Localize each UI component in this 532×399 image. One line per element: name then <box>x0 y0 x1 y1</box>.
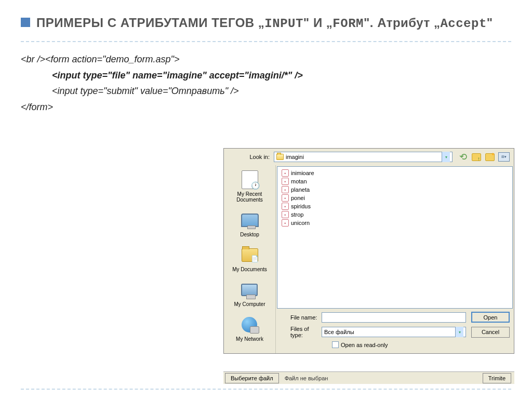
title-code-1: INPUT <box>264 17 303 31</box>
choose-file-button[interactable]: Выберите файл <box>225 373 279 383</box>
sidebar-network[interactable]: My Network <box>236 314 263 342</box>
computer-icon <box>241 284 258 296</box>
title-text-1: ПРИМЕРЫ С АТРИБУТАМИ ТЕГОВ „ <box>36 16 264 30</box>
sidebar-desktop-label: Desktop <box>240 232 259 237</box>
chevron-down-icon[interactable]: ▾ <box>455 327 463 337</box>
code-line-4: </form> <box>21 99 511 115</box>
file-item[interactable]: ▪spiridus <box>282 202 508 210</box>
image-file-icon: ▪ <box>282 178 289 185</box>
lookin-value: imagini <box>286 154 304 160</box>
title-text-4: " <box>487 16 493 30</box>
sidebar-documents[interactable]: My Documents <box>232 245 267 272</box>
sidebar-documents-label: My Documents <box>232 267 267 272</box>
code-line-3: <input type="submit" value="Отправить" /… <box>21 83 511 99</box>
network-icon <box>242 317 257 332</box>
filetype-combo[interactable]: Все файлы ▾ <box>322 327 466 337</box>
image-file-icon: ▪ <box>282 211 289 218</box>
file-name: strop <box>291 211 303 218</box>
file-open-dialog: Look in: imagini ▾ ⟲ ⊞▾ My Recent Docume… <box>223 148 514 354</box>
submit-button[interactable]: Trimite <box>483 373 511 383</box>
documents-icon <box>242 248 258 262</box>
title-code-2: FORM <box>332 17 364 31</box>
footer-divider <box>21 389 511 390</box>
filetype-label: Files of type: <box>280 326 322 338</box>
open-button[interactable]: Open <box>471 312 510 323</box>
file-name: planeta <box>291 187 310 193</box>
file-item[interactable]: ▪inimioare <box>282 169 508 177</box>
cancel-button[interactable]: Cancel <box>471 327 510 338</box>
title-bullet <box>21 18 30 27</box>
file-name: unicorn <box>291 220 310 226</box>
sidebar-recent[interactable]: My Recent Documents <box>224 169 275 203</box>
desktop-icon <box>241 214 259 227</box>
divider <box>21 41 511 42</box>
image-file-icon: ▪ <box>282 203 289 210</box>
image-file-icon: ▪ <box>282 169 289 177</box>
image-file-icon: ▪ <box>282 186 289 193</box>
file-item[interactable]: ▪planeta <box>282 185 508 194</box>
places-sidebar: My Recent Documents Desktop My Documents… <box>224 165 276 353</box>
code-example: <br /><form action="demo_form.asp"> <inp… <box>21 51 511 115</box>
slide-title: ПРИМЕРЫ С АТРИБУТАМИ ТЕГОВ „INPUT" И „FO… <box>36 15 493 32</box>
readonly-checkbox[interactable] <box>332 341 339 348</box>
title-text-3: ". Атрибут „ <box>364 16 440 30</box>
file-item[interactable]: ▪ponei <box>282 194 508 202</box>
sidebar-network-label: My Network <box>236 336 263 342</box>
code-line-2: <input type="file" name="imagine" accept… <box>21 68 511 84</box>
image-file-icon: ▪ <box>282 194 289 202</box>
sidebar-desktop[interactable]: Desktop <box>240 210 260 237</box>
readonly-label: Open as read-only <box>341 342 388 348</box>
form-status-row: Выберите файл Файл не выбран Trimite <box>223 371 514 384</box>
image-file-icon: ▪ <box>282 219 289 227</box>
back-icon[interactable]: ⟲ <box>458 152 468 162</box>
file-name: ponei <box>291 195 305 201</box>
file-list-area[interactable]: ▪inimioare▪motan▪planeta▪ponei▪spiridus▪… <box>277 166 513 309</box>
file-item[interactable]: ▪motan <box>282 177 508 185</box>
code-line-1: <br /><form action="demo_form.asp"> <box>21 51 511 68</box>
filename-label: File name: <box>280 314 322 321</box>
file-name: motan <box>291 178 307 184</box>
file-item[interactable]: ▪unicorn <box>282 219 508 227</box>
file-name: spiridus <box>291 203 311 209</box>
lookin-combo[interactable]: imagini ▾ <box>274 152 453 162</box>
sidebar-computer[interactable]: My Computer <box>234 280 265 307</box>
filetype-value: Все файлы <box>324 329 354 335</box>
sidebar-recent-label: My Recent Documents <box>224 191 275 203</box>
no-file-text: Файл не выбран <box>281 375 332 381</box>
filename-input[interactable] <box>322 312 466 323</box>
lookin-label: Look in: <box>228 154 274 160</box>
folder-icon <box>276 154 284 160</box>
file-name: inimioare <box>291 170 314 176</box>
recent-docs-icon <box>242 170 258 189</box>
file-item[interactable]: ▪strop <box>282 210 508 219</box>
view-mode-icon[interactable]: ⊞▾ <box>498 152 510 162</box>
title-text-2: " И „ <box>303 16 332 30</box>
new-folder-icon[interactable] <box>485 153 495 161</box>
chevron-down-icon[interactable]: ▾ <box>442 152 450 162</box>
sidebar-computer-label: My Computer <box>234 301 265 307</box>
up-folder-icon[interactable] <box>472 153 481 161</box>
title-code-3: Accept <box>440 17 486 31</box>
